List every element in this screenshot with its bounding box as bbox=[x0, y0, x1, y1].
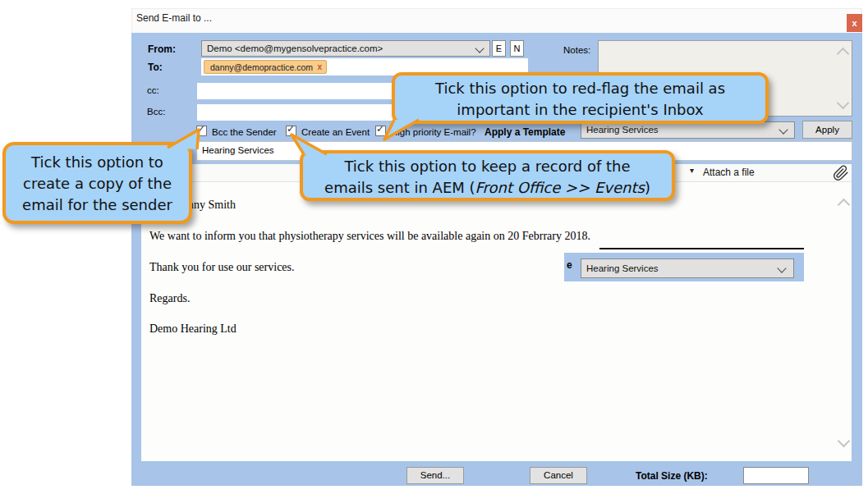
bcc-label: Bcc: bbox=[147, 107, 165, 117]
from-label: From: bbox=[148, 43, 176, 55]
total-size-field bbox=[743, 467, 809, 484]
template-dropdown[interactable]: Hearing Services bbox=[581, 121, 795, 139]
cancel-button-label: Cancel bbox=[544, 470, 573, 480]
callout-line-italic: Front Office >> Events bbox=[475, 179, 645, 196]
callout-create-event: Tick this option to keep a record of the… bbox=[300, 150, 675, 201]
attach-dropdown-icon[interactable]: ▾ bbox=[690, 166, 694, 175]
close-button[interactable]: x bbox=[847, 14, 862, 32]
left-callout-tail bbox=[161, 121, 207, 151]
edit-e-button[interactable]: E bbox=[492, 40, 506, 57]
chevron-down-icon bbox=[777, 263, 786, 272]
chevron-down-icon bbox=[778, 125, 788, 134]
apply-template-label: Apply a Template bbox=[485, 126, 565, 138]
fragment-partial-text: e bbox=[567, 259, 572, 271]
message-body-area[interactable] bbox=[141, 164, 852, 461]
callout-line: important in the recipient's Inbox bbox=[395, 99, 765, 121]
callout-high-priority: Tick this option to red-flag the email a… bbox=[392, 72, 769, 124]
close-icon: x bbox=[852, 18, 857, 28]
apply-button-label: Apply bbox=[815, 125, 839, 135]
template-value: Hearing Services bbox=[586, 125, 659, 135]
fragment-panel: e Hearing Services bbox=[564, 253, 804, 281]
message-paragraph: Regards. bbox=[149, 292, 190, 305]
apply-button[interactable]: Apply bbox=[802, 121, 852, 139]
message-paragraph: We want to inform you that physiotherapy… bbox=[149, 230, 590, 243]
n-button-label: N bbox=[514, 43, 521, 53]
subject-value: Hearing Services bbox=[202, 145, 274, 155]
cancel-button[interactable]: Cancel bbox=[530, 467, 587, 484]
message-paragraph: Demo Hearing Ltd bbox=[149, 322, 237, 336]
bcc-sender-label: Bcc the Sender bbox=[212, 127, 277, 137]
total-size-label: Total Size (KB): bbox=[636, 470, 708, 482]
scroll-up-icon[interactable] bbox=[837, 48, 850, 61]
from-dropdown[interactable]: Demo <demo@mygensolvepractice.com> bbox=[201, 40, 490, 57]
callout-line: create a copy of the bbox=[6, 173, 189, 194]
fragment-template-value: Hearing Services bbox=[586, 263, 659, 273]
attach-file-button[interactable]: Attach a file bbox=[703, 167, 755, 178]
fragment-template-dropdown[interactable]: Hearing Services bbox=[581, 258, 794, 278]
callout-line: Tick this option to keep a record of the bbox=[303, 156, 672, 177]
to-label: To: bbox=[148, 62, 163, 73]
send-button[interactable]: Send... bbox=[406, 467, 464, 484]
e-button-label: E bbox=[496, 43, 502, 53]
page: Send E-mail to ... x From: Demo <demo@my… bbox=[0, 0, 868, 494]
dialog-title: Send E-mail to ... bbox=[136, 12, 212, 24]
message-paragraph: Thank you for use our services. bbox=[149, 261, 295, 274]
recipient-email: danny@demopractice.com bbox=[210, 62, 313, 72]
callout-line: emails sent in AEM (Front Office >> Even… bbox=[303, 177, 672, 199]
callout-line-part: emails sent in AEM ( bbox=[324, 179, 475, 196]
callout-line-part: ) bbox=[645, 179, 650, 196]
callout-bcc-sender: Tick this option to create a copy of the… bbox=[2, 142, 192, 224]
callout-line: Tick this option to bbox=[6, 152, 189, 173]
notes-label: Notes: bbox=[563, 45, 590, 55]
paperclip-icon[interactable] bbox=[833, 165, 849, 181]
top-callout-tail bbox=[370, 118, 422, 146]
new-n-button[interactable]: N bbox=[510, 40, 524, 57]
callout-line: Tick this option to red-flag the email a… bbox=[395, 78, 765, 99]
callout-line: email for the sender bbox=[6, 194, 189, 216]
recipient-chip[interactable]: danny@demopractice.com x bbox=[204, 60, 327, 74]
chevron-down-icon bbox=[475, 43, 484, 53]
middle-callout-tail bbox=[282, 126, 335, 156]
send-button-label: Send... bbox=[420, 470, 450, 480]
cc-label: cc: bbox=[147, 85, 159, 95]
from-value: Demo <demo@mygensolvepractice.com> bbox=[207, 43, 383, 53]
scroll-down-icon[interactable] bbox=[837, 97, 850, 110]
chip-remove-icon[interactable]: x bbox=[318, 61, 323, 74]
